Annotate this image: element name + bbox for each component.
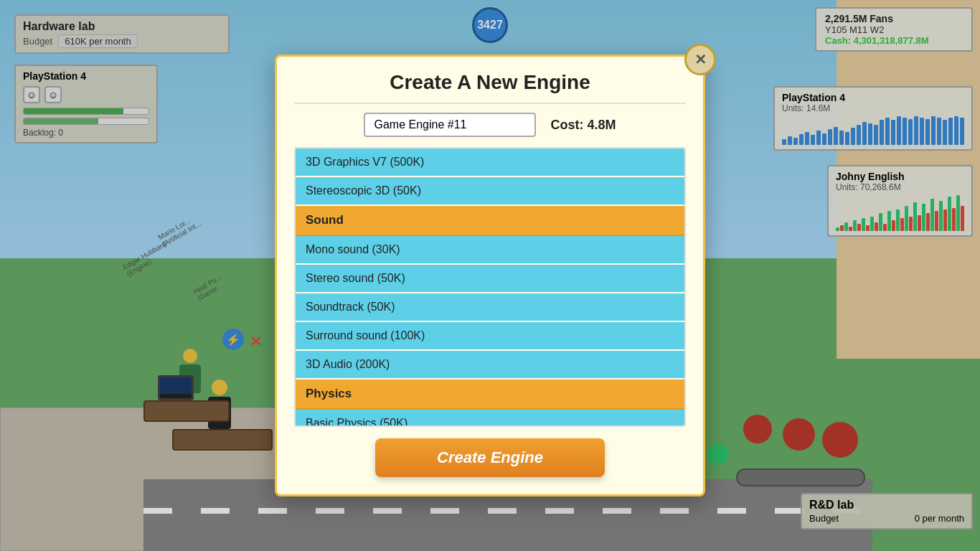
- feature-category-header: Sound: [296, 206, 684, 236]
- modal-overlay: ✕ Create A New Engine Cost: 4.8M 3D Grap…: [0, 0, 980, 551]
- create-engine-modal: ✕ Create A New Engine Cost: 4.8M 3D Grap…: [275, 55, 705, 496]
- feature-list-item[interactable]: Basic Physics (50K): [296, 410, 684, 427]
- feature-list-item[interactable]: 3D Graphics V7 (500K): [296, 149, 684, 177]
- feature-category-header: Physics: [296, 380, 684, 410]
- modal-title: Create A New Engine: [294, 71, 686, 104]
- engine-name-input[interactable]: [364, 113, 536, 137]
- feature-list-item[interactable]: Soundtrack (50K): [296, 293, 684, 322]
- feature-list-item[interactable]: Surround sound (100K): [296, 322, 684, 351]
- feature-list-item[interactable]: Mono sound (30K): [296, 236, 684, 265]
- feature-list-item[interactable]: Stereo sound (50K): [296, 265, 684, 293]
- feature-list-item[interactable]: 3D Audio (200K): [296, 351, 684, 380]
- modal-name-row: Cost: 4.8M: [294, 113, 686, 137]
- feature-list-container[interactable]: 3D Graphics V7 (500K)Stereoscopic 3D (50…: [294, 147, 686, 427]
- modal-close-button[interactable]: ✕: [684, 44, 716, 75]
- cost-label: Cost: 4.8M: [550, 118, 616, 133]
- close-icon: ✕: [694, 51, 707, 68]
- feature-list-item[interactable]: Stereoscopic 3D (50K): [296, 177, 684, 206]
- create-engine-button[interactable]: Create Engine: [375, 438, 605, 477]
